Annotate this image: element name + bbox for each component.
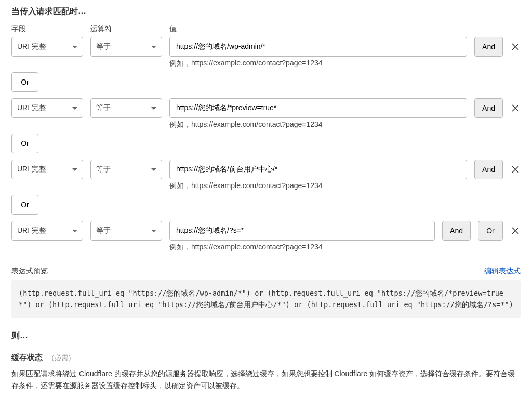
field-select[interactable]: URI 完整 [11, 37, 83, 57]
operator-select-value: 等于 [96, 165, 111, 174]
header-field: 字段 [11, 24, 83, 34]
operator-select-value: 等于 [96, 226, 111, 235]
operator-select-value: 等于 [96, 103, 111, 113]
field-select-value: URI 完整 [17, 165, 46, 174]
close-icon[interactable] [510, 225, 521, 236]
cache-status-title: 缓存状态 [11, 353, 43, 363]
field-select-value: URI 完整 [17, 103, 46, 113]
value-hint: 例如，https://example.com/contact?page=1234 [169, 243, 323, 252]
chevron-down-icon [151, 168, 156, 171]
chevron-down-icon [151, 46, 156, 48]
field-select[interactable]: URI 完整 [11, 160, 83, 179]
cache-description: 如果匹配请求将绕过 Cloudflare 的缓存并从您的源服务器提取响应，选择绕… [11, 368, 521, 392]
operator-select[interactable]: 等于 [90, 37, 162, 57]
rule-row: URI 完整 等于 And [11, 160, 521, 179]
value-hint: 例如，https://example.com/contact?page=1234 [169, 59, 323, 68]
value-input[interactable] [169, 221, 435, 241]
close-icon[interactable] [510, 164, 521, 175]
chevron-down-icon [72, 107, 77, 110]
or-button[interactable]: Or [11, 72, 38, 92]
and-button[interactable]: And [474, 37, 503, 57]
column-headers: 字段 运算符 值 [11, 24, 521, 34]
rule-row: URI 完整 等于 And Or [11, 221, 521, 241]
or-button[interactable]: Or [11, 134, 38, 153]
and-button[interactable]: And [474, 160, 503, 179]
rule-row: URI 完整 等于 And [11, 37, 521, 57]
section-title: 当传入请求匹配时… [11, 6, 521, 17]
operator-select[interactable]: 等于 [90, 160, 162, 179]
field-select-value: URI 完整 [17, 42, 46, 51]
chevron-down-icon [151, 230, 156, 232]
close-icon[interactable] [510, 103, 521, 113]
then-title: 则… [11, 330, 521, 341]
operator-select[interactable]: 等于 [90, 98, 162, 118]
rule-row: URI 完整 等于 And [11, 98, 521, 118]
chevron-down-icon [72, 168, 77, 171]
or-button[interactable]: Or [478, 221, 503, 241]
chevron-down-icon [151, 107, 156, 110]
edit-expression-link[interactable]: 编辑表达式 [484, 267, 521, 276]
chevron-down-icon [72, 230, 77, 232]
expression-preview-label: 表达式预览 [11, 267, 48, 276]
value-input[interactable] [169, 160, 467, 179]
close-icon[interactable] [510, 42, 521, 52]
value-hint: 例如，https://example.com/contact?page=1234 [169, 181, 323, 191]
header-value: 值 [169, 24, 521, 34]
field-select-value: URI 完整 [17, 226, 46, 235]
required-label: （必需） [48, 353, 75, 363]
header-operator: 运算符 [90, 24, 162, 34]
and-button[interactable]: And [442, 221, 471, 241]
value-input[interactable] [169, 98, 467, 118]
operator-select[interactable]: 等于 [90, 221, 162, 241]
and-button[interactable]: And [474, 98, 503, 118]
field-select[interactable]: URI 完整 [11, 221, 83, 241]
field-select[interactable]: URI 完整 [11, 98, 83, 118]
operator-select-value: 等于 [96, 42, 111, 51]
chevron-down-icon [72, 46, 77, 48]
expression-preview: (http.request.full_uri eq "https://您的域名/… [11, 280, 521, 318]
value-input[interactable] [169, 37, 467, 57]
value-hint: 例如，https://example.com/contact?page=1234 [169, 120, 323, 129]
or-button[interactable]: Or [11, 195, 38, 215]
